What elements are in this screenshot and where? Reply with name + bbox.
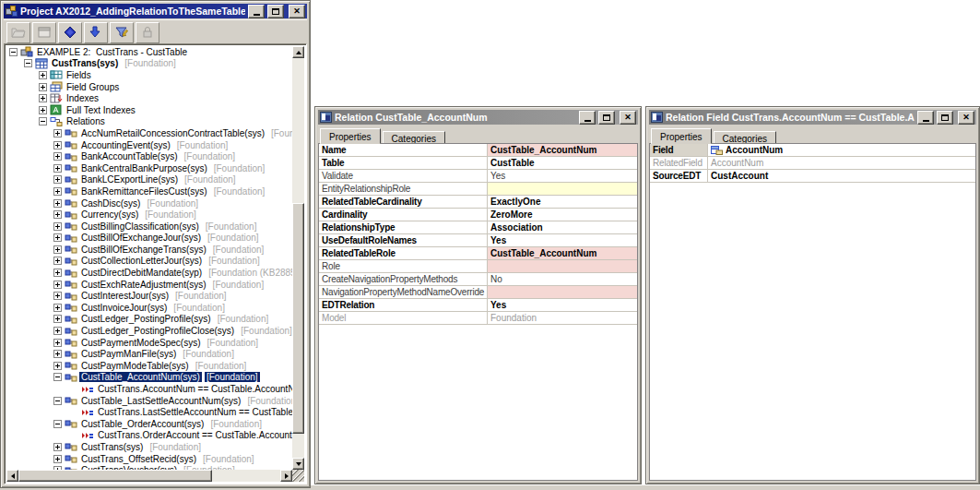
tree-item[interactable]: CustInvoiceJour(sys)[Foundation] (6, 302, 292, 314)
tree-item[interactable]: CustBillOfExchangeTrans(sys)[Foundation] (6, 244, 292, 256)
tab-properties[interactable]: Properties (651, 128, 712, 144)
property-row[interactable]: SourceEDTCustAccount (650, 170, 975, 183)
tree-item[interactable]: CustPaymManFile(sys)[Foundation] (6, 348, 292, 360)
tree-item[interactable]: Fields (6, 69, 292, 81)
property-row[interactable]: RelatedTableCardinalityExactlyOne (319, 196, 637, 209)
tree-item[interactable]: CustBillingClassification(sys)[Foundatio… (6, 221, 292, 233)
tree-item[interactable]: CustTable_AccountNum(sys)[Foundation] (6, 372, 292, 384)
property-value[interactable]: CustTable_AccountNum (488, 144, 637, 156)
tree-item[interactable]: CustLedger_PostingProfile(sys)[Foundatio… (6, 314, 292, 326)
toolbar-open-button[interactable] (6, 22, 30, 43)
collapse-icon[interactable] (9, 48, 18, 56)
maximize-button[interactable] (937, 111, 953, 125)
minimize-button[interactable] (248, 5, 265, 18)
toolbar-lock-button[interactable] (136, 22, 159, 43)
expand-icon[interactable] (53, 304, 62, 312)
expand-icon[interactable] (53, 292, 62, 300)
scroll-right-button[interactable] (280, 470, 292, 482)
collapse-icon[interactable] (53, 373, 62, 381)
expand-icon[interactable] (39, 71, 47, 79)
maximize-button[interactable] (598, 111, 615, 125)
property-value[interactable]: CustAccount (708, 170, 975, 182)
minimize-button[interactable] (917, 111, 934, 125)
relation-titlebar[interactable]: Relation CustTable_AccountNum ✕ (318, 110, 638, 125)
horizontal-scroll-thumb[interactable] (18, 470, 212, 482)
property-value[interactable]: ExactlyOne (488, 196, 637, 208)
tree-item[interactable]: CustDirectDebitMandate(syp)[Foundation (… (6, 267, 292, 279)
expand-icon[interactable] (53, 362, 62, 370)
tree-item[interactable]: Relations (6, 116, 292, 128)
expand-icon[interactable] (53, 210, 62, 219)
tree-item[interactable]: CustTrans.AccountNum == CustTable.Accoun… (6, 383, 292, 395)
toolbar-compile-button[interactable] (58, 22, 82, 43)
toolbar-import-button[interactable] (84, 22, 108, 43)
maximize-button[interactable] (267, 5, 284, 18)
property-value[interactable] (488, 183, 637, 195)
tree-item[interactable]: BankRemittanceFilesCust(sys)[Foundation] (6, 185, 292, 197)
tree-item[interactable]: Field Groups (6, 81, 292, 93)
close-button[interactable]: ✕ (620, 111, 636, 125)
tree-item[interactable]: BankCentralBankPurpose(sys)[Foundation] (6, 162, 292, 174)
tree-item[interactable]: CustTable_OrderAccount(sys)[Foundation] (6, 418, 292, 430)
property-value[interactable]: Yes (488, 234, 637, 246)
property-value[interactable]: Foundation (488, 312, 637, 324)
tree-item[interactable]: CustPaymentModeSpec(sys)[Foundation] (6, 337, 292, 349)
collapse-icon[interactable] (53, 420, 62, 428)
tree-item[interactable]: Indexes (6, 92, 292, 104)
scroll-down-button[interactable] (292, 458, 304, 470)
tree-item[interactable]: CustTrans.LastSettleAccountNum == CustTa… (6, 406, 292, 418)
property-row[interactable]: RelatedTableRoleCustTable_AccountNum (319, 247, 637, 260)
tree-item[interactable]: AccNumRetailConcessionContractTable(sys)… (6, 127, 292, 139)
expand-icon[interactable] (53, 245, 62, 254)
tree-item[interactable]: CustInterestJour(sys)[Foundation] (6, 290, 292, 302)
scroll-up-button[interactable] (292, 46, 304, 58)
relation-field-titlebar[interactable]: Relation Field CustTrans.AccountNum == C… (649, 110, 976, 125)
property-value[interactable]: Association (488, 221, 637, 233)
horizontal-scrollbar[interactable] (6, 470, 292, 482)
vertical-scrollbar[interactable] (292, 46, 304, 470)
property-row[interactable]: RelatedFieldAccountNum (650, 157, 975, 170)
property-value[interactable]: AccountNum (708, 157, 975, 169)
project-titlebar[interactable]: Project AX2012_AddingRelationToTheSameTa… (4, 4, 307, 18)
expand-icon[interactable] (53, 164, 62, 173)
expand-icon[interactable] (53, 187, 62, 196)
tree-item[interactable]: BankAccountTable(sys)[Foundation] (6, 150, 292, 162)
property-value[interactable]: AccountNum (708, 144, 975, 156)
collapse-icon[interactable] (53, 397, 62, 405)
property-row[interactable]: NavigationPropertyMethodNameOverride (319, 286, 637, 299)
tab-categories[interactable]: Categories (714, 131, 776, 144)
property-row[interactable]: FieldAccountNum (650, 144, 975, 157)
expand-icon[interactable] (53, 455, 62, 463)
expand-icon[interactable] (53, 152, 62, 161)
property-row[interactable]: ValidateYes (319, 170, 637, 183)
expand-icon[interactable] (53, 141, 62, 149)
expand-icon[interactable] (53, 315, 62, 323)
scroll-left-button[interactable] (6, 470, 18, 482)
property-row[interactable]: RelationshipTypeAssociation (319, 221, 637, 234)
resize-grip[interactable] (292, 470, 304, 482)
property-value[interactable]: Yes (488, 170, 637, 182)
property-row[interactable]: CardinalityZeroMore (319, 209, 637, 221)
tree-item[interactable]: CustTrans_OffsetRecid(sys)[Foundation] (6, 453, 292, 465)
expand-icon[interactable] (53, 199, 62, 208)
expand-icon[interactable] (53, 327, 62, 335)
expand-icon[interactable] (39, 106, 47, 114)
tree-item[interactable]: Full Text Indexes (6, 104, 292, 116)
property-value[interactable]: CustTable (488, 157, 637, 169)
property-value[interactable]: CustTable_AccountNum (488, 247, 637, 259)
property-value[interactable] (488, 286, 637, 298)
tab-properties[interactable]: Properties (320, 128, 381, 144)
expand-icon[interactable] (53, 281, 62, 289)
tree-item[interactable]: CustLedger_PostingProfileClose(sys)[Foun… (6, 325, 292, 337)
expand-icon[interactable] (53, 175, 62, 184)
expand-icon[interactable] (53, 222, 62, 231)
property-value[interactable]: ZeroMore (488, 209, 637, 221)
property-row[interactable]: EDTRelationYes (319, 299, 637, 312)
property-row[interactable]: EntityRelationshipRole (319, 183, 637, 196)
expand-icon[interactable] (53, 443, 62, 451)
expand-icon[interactable] (53, 339, 62, 347)
expand-icon[interactable] (53, 129, 62, 137)
minimize-button[interactable] (579, 111, 596, 125)
tree-item[interactable]: CustTable_LastSettleAccountNum(sys)[Foun… (6, 395, 292, 407)
property-row[interactable]: NameCustTable_AccountNum (319, 144, 637, 157)
